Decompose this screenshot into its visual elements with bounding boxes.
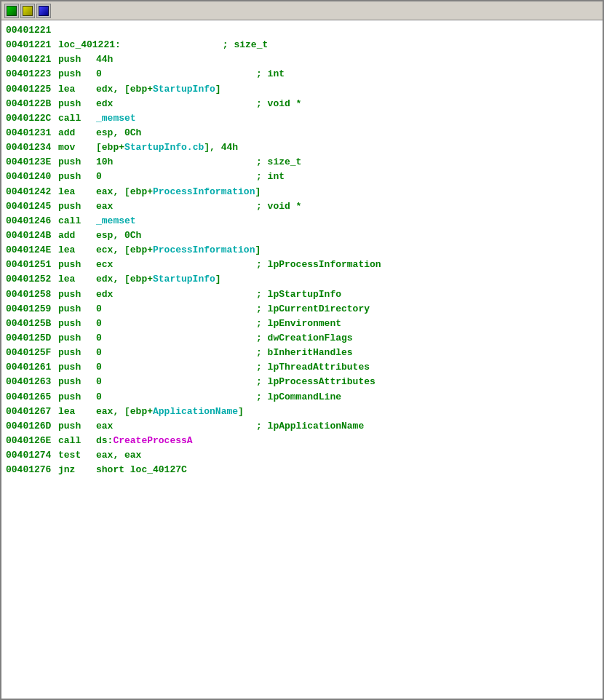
code-line: 00401252 lea edx, [ebp+StartupInfo] — [6, 272, 598, 287]
operand: edx — [96, 287, 256, 302]
code-line: 0040124B add esp, 0Ch — [6, 228, 598, 243]
mnemonic: jnz — [58, 463, 96, 477]
operand: _memset — [96, 214, 256, 228]
operand: [ebp+StartupInfo.cb], 44h — [96, 140, 256, 155]
operand: 44h — [96, 52, 256, 67]
comment: ; dwCreationFlags — [256, 331, 353, 346]
mnemonic: push — [58, 375, 96, 389]
mnemonic: push — [58, 346, 96, 360]
code-line: 0040123E push 10h ; size_t — [6, 155, 598, 170]
mnemonic: push — [58, 317, 96, 331]
mnemonic: call — [58, 111, 96, 126]
code-line: 00401265 push 0 ; lpCommandLine — [6, 390, 598, 405]
address: 00401261 — [6, 360, 58, 375]
mnemonic: push — [58, 419, 96, 434]
edit-button[interactable] — [20, 4, 35, 18]
mnemonic: push — [58, 170, 96, 184]
comment: ; void * — [256, 97, 301, 111]
operand: 0 — [96, 302, 256, 317]
address: 00401221 — [6, 38, 58, 52]
mnemonic: push — [58, 390, 96, 405]
address: 00401274 — [6, 448, 58, 463]
address: 00401221 — [6, 23, 58, 38]
comment: ; int — [256, 170, 285, 184]
mnemonic: push — [58, 258, 96, 272]
operand: esp, 0Ch — [96, 228, 256, 243]
run-button[interactable] — [4, 4, 19, 18]
label: loc_401221: — [58, 38, 121, 52]
code-line: 00401263 push 0 ; lpProcessAttributes — [6, 375, 598, 389]
mnemonic: lea — [58, 272, 96, 287]
comment: ; void * — [256, 199, 301, 214]
address: 0040123E — [6, 155, 58, 170]
address: 0040124B — [6, 228, 58, 243]
operand: 10h — [96, 155, 256, 170]
mnemonic: push — [58, 52, 96, 67]
address: 0040126E — [6, 434, 58, 448]
code-line: 00401259 push 0 ; lpCurrentDirectory — [6, 302, 598, 317]
comment: ; size_t — [256, 155, 301, 170]
code-line: 00401231 add esp, 0Ch — [6, 126, 598, 140]
mnemonic: call — [58, 214, 96, 228]
address: 0040122B — [6, 97, 58, 111]
code-line: 00401221 — [6, 23, 598, 38]
main-window: 00401221 00401221 loc_401221: ; size_t 0… — [0, 0, 604, 700]
mnemonic: lea — [58, 243, 96, 258]
operand: edx, [ebp+StartupInfo] — [96, 82, 256, 97]
address: 00401251 — [6, 258, 58, 272]
address: 0040124E — [6, 243, 58, 258]
address: 00401221 — [6, 52, 58, 67]
comment: ; int — [256, 67, 285, 81]
disassembly-view[interactable]: 00401221 00401221 loc_401221: ; size_t 0… — [1, 20, 603, 699]
code-line: 00401274 test eax, eax — [6, 448, 598, 463]
operand: eax, [ebp+ProcessInformation] — [96, 185, 261, 199]
comment: ; lpCurrentDirectory — [256, 302, 370, 317]
address: 00401223 — [6, 67, 58, 81]
grid-button[interactable] — [36, 4, 51, 18]
address: 0040126D — [6, 419, 58, 434]
operand: 0 — [96, 67, 256, 81]
comment: ; lpProcessInformation — [256, 258, 381, 272]
code-line: 00401246 call _memset — [6, 214, 598, 228]
operand: eax, eax — [96, 448, 256, 463]
code-line: 00401234 mov [ebp+StartupInfo.cb], 44h — [6, 140, 598, 155]
address: 00401245 — [6, 199, 58, 214]
code-line: 0040124E lea ecx, [ebp+ProcessInformatio… — [6, 243, 598, 258]
code-line: 00401245 push eax ; void * — [6, 199, 598, 214]
comment: ; lpThreadAttributes — [256, 360, 370, 375]
address: 00401246 — [6, 214, 58, 228]
code-line: 00401221 push 44h — [6, 52, 598, 67]
code-line: 00401242 lea eax, [ebp+ProcessInformatio… — [6, 185, 598, 199]
mnemonic: push — [58, 302, 96, 317]
code-line: 00401223 push 0 ; int — [6, 67, 598, 81]
mnemonic: push — [58, 360, 96, 375]
address: 00401276 — [6, 463, 58, 477]
operand: _memset — [96, 111, 256, 126]
code-line: 00401258 push edx ; lpStartupInfo — [6, 287, 598, 302]
address: 00401263 — [6, 375, 58, 389]
operand: 0 — [96, 346, 256, 360]
code-line: 00401251 push ecx ; lpProcessInformation — [6, 258, 598, 272]
mnemonic: push — [58, 155, 96, 170]
address: 00401258 — [6, 287, 58, 302]
address: 00401225 — [6, 82, 58, 97]
comment: ; lpEnvironment — [256, 317, 341, 331]
code-line: 00401240 push 0 ; int — [6, 170, 598, 184]
mnemonic: mov — [58, 140, 96, 155]
code-line: 00401276 jnz short loc_40127C — [6, 463, 598, 477]
address: 00401252 — [6, 272, 58, 287]
mnemonic: add — [58, 228, 96, 243]
mnemonic: lea — [58, 82, 96, 97]
mnemonic: push — [58, 97, 96, 111]
address: 00401259 — [6, 302, 58, 317]
comment: ; bInheritHandles — [256, 346, 353, 360]
mnemonic: lea — [58, 185, 96, 199]
mnemonic: push — [58, 67, 96, 81]
operand: edx, [ebp+StartupInfo] — [96, 272, 256, 287]
operand: short loc_40127C — [96, 463, 256, 477]
address: 00401240 — [6, 170, 58, 184]
operand: 0 — [96, 317, 256, 331]
comment: ; size_t — [223, 38, 268, 52]
mnemonic: add — [58, 126, 96, 140]
address: 0040125B — [6, 317, 58, 331]
